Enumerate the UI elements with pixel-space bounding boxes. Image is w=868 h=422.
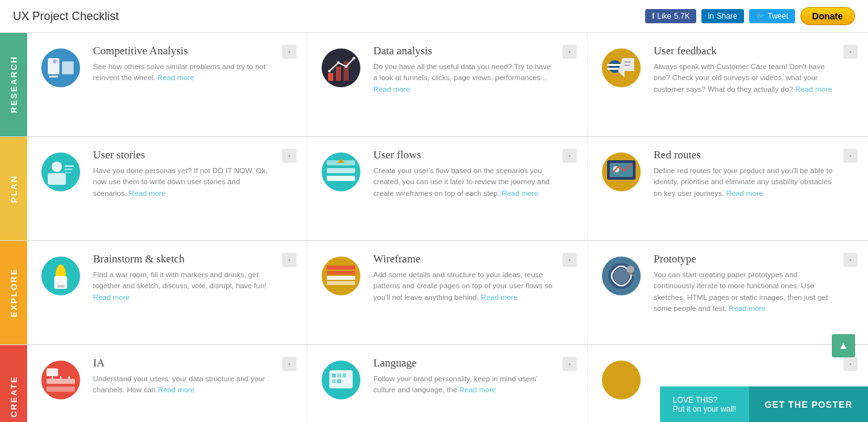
svg-rect-25 [65,172,71,173]
section-label-create: Create [0,345,27,422]
card-icon-flows [318,149,364,195]
card-checkbox[interactable]: • [843,253,858,267]
card: LanguageFollow your brand personality, k… [307,345,588,422]
fb-label: Like [657,12,671,21]
card-checkbox[interactable]: • [282,45,296,59]
svg-point-9 [328,70,331,72]
card-description: Understand your users, your data structu… [93,374,273,396]
card-description: You can start creating paper prototypes … [654,269,834,314]
card-description: Add some details and structure to your i… [373,269,553,303]
svg-rect-49 [46,368,58,376]
fb-count: 5.7K [674,12,690,21]
card: IAUnderstand your users, your data struc… [27,345,307,422]
card-checkbox[interactable]: • [843,357,858,371]
svg-rect-7 [336,67,341,81]
read-more-link[interactable]: Read more [459,386,496,394]
read-more-link[interactable]: Read more [502,189,539,197]
card-title: Competitive Analysis [93,45,273,58]
card-title: Brainstorm & sketch [93,253,273,266]
card-content: LanguageFollow your brand personality, k… [373,357,553,396]
card: User storiesHave you done personas yet? … [27,137,307,240]
card-content: PrototypeYou can start creating paper pr… [654,253,834,314]
card-description: See how others solve similar problems an… [93,61,273,84]
poster-sub: Put it on your wall! [673,405,736,414]
svg-point-20 [41,153,80,191]
card-description: Create your user's flow based on the sce… [373,165,553,199]
poster-bar: LOVE THIS? Put it on your wall! GET THE … [660,386,868,422]
card: User flowsCreate your user's flow based … [307,137,588,240]
card-icon-competitive [37,45,84,91]
card: Competitive AnalysisSee how others solve… [27,33,307,136]
svg-rect-39 [327,266,355,269]
card-content: User feedbackAlways speak with Customer … [654,45,834,95]
svg-rect-23 [65,165,74,167]
svg-rect-18 [625,61,631,63]
card-content: WireframeAdd some details and structure … [373,253,553,303]
card-title: User flows [373,149,553,162]
card-title: Red routes [654,149,834,162]
card-checkbox[interactable]: • [843,45,858,59]
card: User feedbackAlways speak with Customer … [588,33,868,136]
card-checkbox[interactable]: • [282,357,296,371]
svg-point-0 [41,48,80,87]
facebook-icon: f [652,12,654,21]
svg-rect-19 [625,65,630,66]
card-content [654,357,834,361]
svg-rect-28 [327,168,355,173]
read-more-link[interactable]: Read more [727,189,763,197]
card-title: Prototype [654,253,834,266]
cards-grid-plan: User storiesHave you done personas yet? … [27,137,868,240]
svg-rect-50 [46,379,75,384]
read-more-link[interactable]: Read more [373,85,410,93]
read-more-link[interactable]: Read more [481,293,518,301]
card-checkbox[interactable]: • [843,149,858,163]
card-title: User stories [93,149,273,162]
donate-button[interactable]: Donate [800,7,855,25]
twitter-button[interactable]: 🐦 Tweet [749,9,795,23]
card-checkbox[interactable]: • [282,149,296,163]
card-icon-feedback [598,45,645,91]
read-more-link[interactable]: Read more [93,293,130,301]
card-description: Find a war room, fill it with markers an… [93,269,273,303]
card-checkbox[interactable]: • [563,149,577,163]
linkedin-icon: in [708,12,714,21]
poster-bar-text: LOVE THIS? Put it on your wall! [673,396,736,414]
svg-rect-22 [48,173,66,185]
card-title: Data analysis [373,45,553,58]
section-label-explore: Explore [0,241,27,344]
read-more-link[interactable]: Read more [129,189,166,197]
card-icon-ia [37,357,84,403]
section-label-plan: Plan [0,137,27,240]
card: Red routesDefine red routes for your pro… [588,137,868,240]
card-description: Define red routes for your product and y… [654,165,834,199]
svg-point-46 [626,266,634,273]
card-checkbox[interactable]: • [563,45,577,59]
card-description: Do you have all the useful data you need… [373,61,553,95]
svg-point-21 [52,162,62,172]
scroll-top-button[interactable]: ▲ [832,334,855,357]
card-checkbox[interactable]: • [282,253,296,267]
read-more-link[interactable]: Read more [728,304,765,312]
card-description: Always speak with Customer Care team! Do… [654,61,834,95]
card-icon-brainstorm [37,253,84,299]
svg-rect-58 [337,374,341,377]
read-more-link[interactable]: Read more [158,386,194,394]
card-content: User flowsCreate your user's flow based … [373,149,553,199]
svg-rect-40 [327,271,355,275]
svg-point-62 [602,361,641,399]
read-more-link[interactable]: Read more [158,74,194,81]
card: PrototypeYou can start creating paper pr… [588,241,868,344]
svg-rect-41 [327,276,355,280]
linkedin-button[interactable]: in Share [701,9,743,23]
svg-rect-37 [57,285,65,288]
facebook-button[interactable]: f Like 5.7K [645,9,696,23]
card-title: Language [373,357,553,370]
card-checkbox[interactable]: • [563,253,577,267]
cards-grid-research: Competitive AnalysisSee how others solve… [27,33,868,136]
svg-rect-60 [332,379,336,383]
read-more-link[interactable]: Read more [795,85,832,93]
get-poster-button[interactable]: GET THE POSTER [749,386,868,422]
card-icon-wireframe [318,253,364,299]
card-checkbox[interactable]: • [563,357,577,371]
ln-label: Share [717,12,738,21]
